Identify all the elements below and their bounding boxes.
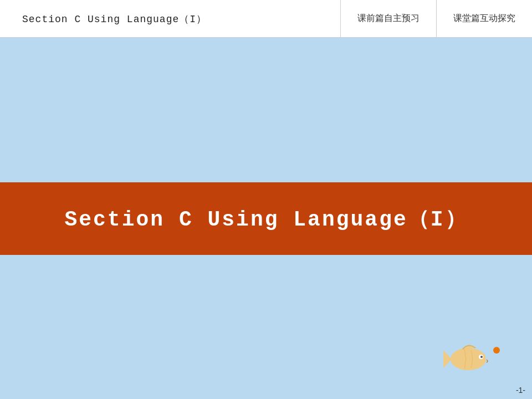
orange-dot-decoration	[493, 347, 500, 354]
header-title: Section C Using Language（I）	[0, 12, 340, 25]
header-bar: Section C Using Language（I） 课前篇自主预习 课堂篇互…	[0, 0, 532, 38]
banner-title: Section C Using Language（I）	[64, 204, 467, 233]
svg-marker-1	[443, 350, 452, 368]
svg-point-0	[451, 348, 486, 370]
fish-decoration	[443, 338, 499, 377]
slide-container: Section C Using Language（I） 课前篇自主预习 课堂篇互…	[0, 0, 532, 399]
main-content: Section C Using Language（I）	[0, 38, 532, 399]
page-number: -1-	[516, 386, 525, 395]
nav-item-preview[interactable]: 课前篇自主预习	[340, 0, 436, 37]
header-nav: 课前篇自主预习 课堂篇互动探究	[340, 0, 532, 37]
center-banner: Section C Using Language（I）	[0, 182, 532, 255]
svg-point-3	[480, 356, 483, 358]
nav-item-classroom[interactable]: 课堂篇互动探究	[436, 0, 532, 37]
